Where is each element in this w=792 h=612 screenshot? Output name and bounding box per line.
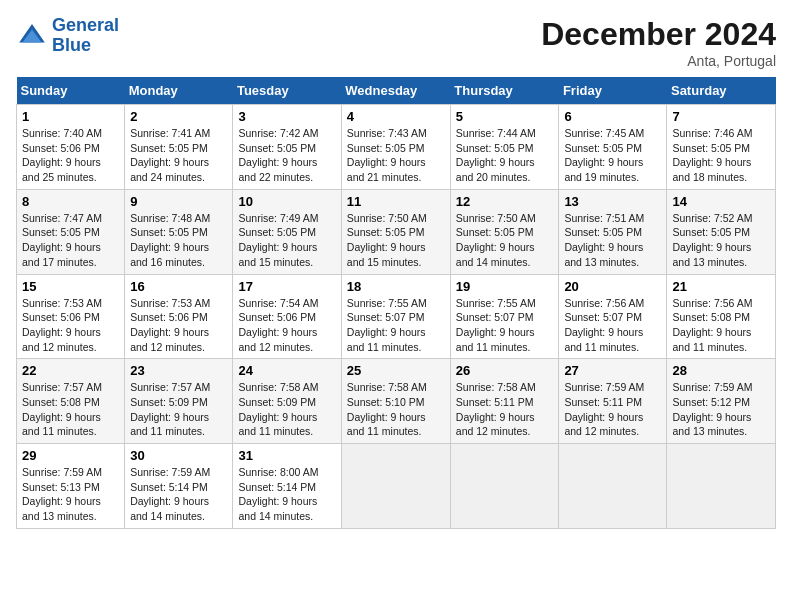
weekday-header-saturday: Saturday [667, 77, 776, 105]
day-number: 14 [672, 194, 770, 209]
day-info: Sunrise: 7:58 AM Sunset: 5:11 PM Dayligh… [456, 380, 554, 439]
day-info: Sunrise: 7:55 AM Sunset: 5:07 PM Dayligh… [347, 296, 445, 355]
day-info: Sunrise: 7:47 AM Sunset: 5:05 PM Dayligh… [22, 211, 119, 270]
day-number: 19 [456, 279, 554, 294]
weekday-header-sunday: Sunday [17, 77, 125, 105]
day-info: Sunrise: 7:55 AM Sunset: 5:07 PM Dayligh… [456, 296, 554, 355]
day-info: Sunrise: 8:00 AM Sunset: 5:14 PM Dayligh… [238, 465, 335, 524]
calendar-week-4: 22Sunrise: 7:57 AM Sunset: 5:08 PM Dayli… [17, 359, 776, 444]
calendar-cell: 22Sunrise: 7:57 AM Sunset: 5:08 PM Dayli… [17, 359, 125, 444]
calendar-cell: 3Sunrise: 7:42 AM Sunset: 5:05 PM Daylig… [233, 105, 341, 190]
day-number: 29 [22, 448, 119, 463]
calendar-cell: 10Sunrise: 7:49 AM Sunset: 5:05 PM Dayli… [233, 189, 341, 274]
day-number: 1 [22, 109, 119, 124]
day-number: 12 [456, 194, 554, 209]
day-info: Sunrise: 7:42 AM Sunset: 5:05 PM Dayligh… [238, 126, 335, 185]
day-number: 23 [130, 363, 227, 378]
day-info: Sunrise: 7:57 AM Sunset: 5:09 PM Dayligh… [130, 380, 227, 439]
day-info: Sunrise: 7:53 AM Sunset: 5:06 PM Dayligh… [22, 296, 119, 355]
weekday-header-friday: Friday [559, 77, 667, 105]
day-number: 6 [564, 109, 661, 124]
weekday-header-tuesday: Tuesday [233, 77, 341, 105]
day-number: 15 [22, 279, 119, 294]
day-number: 25 [347, 363, 445, 378]
day-info: Sunrise: 7:50 AM Sunset: 5:05 PM Dayligh… [456, 211, 554, 270]
weekday-header-monday: Monday [125, 77, 233, 105]
calendar-cell: 16Sunrise: 7:53 AM Sunset: 5:06 PM Dayli… [125, 274, 233, 359]
day-number: 16 [130, 279, 227, 294]
day-info: Sunrise: 7:56 AM Sunset: 5:07 PM Dayligh… [564, 296, 661, 355]
weekday-header-thursday: Thursday [450, 77, 559, 105]
day-number: 10 [238, 194, 335, 209]
logo: General Blue [16, 16, 119, 56]
calendar-cell: 18Sunrise: 7:55 AM Sunset: 5:07 PM Dayli… [341, 274, 450, 359]
day-info: Sunrise: 7:58 AM Sunset: 5:10 PM Dayligh… [347, 380, 445, 439]
calendar-cell: 9Sunrise: 7:48 AM Sunset: 5:05 PM Daylig… [125, 189, 233, 274]
day-number: 4 [347, 109, 445, 124]
location: Anta, Portugal [541, 53, 776, 69]
day-number: 5 [456, 109, 554, 124]
page-header: General Blue December 2024 Anta, Portuga… [16, 16, 776, 69]
calendar-cell: 17Sunrise: 7:54 AM Sunset: 5:06 PM Dayli… [233, 274, 341, 359]
day-info: Sunrise: 7:45 AM Sunset: 5:05 PM Dayligh… [564, 126, 661, 185]
weekday-header-row: SundayMondayTuesdayWednesdayThursdayFrid… [17, 77, 776, 105]
day-info: Sunrise: 7:41 AM Sunset: 5:05 PM Dayligh… [130, 126, 227, 185]
day-number: 27 [564, 363, 661, 378]
logo-icon [16, 20, 48, 52]
calendar-cell: 8Sunrise: 7:47 AM Sunset: 5:05 PM Daylig… [17, 189, 125, 274]
calendar-cell: 29Sunrise: 7:59 AM Sunset: 5:13 PM Dayli… [17, 444, 125, 529]
calendar-cell: 25Sunrise: 7:58 AM Sunset: 5:10 PM Dayli… [341, 359, 450, 444]
calendar-table: SundayMondayTuesdayWednesdayThursdayFrid… [16, 77, 776, 529]
day-info: Sunrise: 7:43 AM Sunset: 5:05 PM Dayligh… [347, 126, 445, 185]
calendar-cell: 27Sunrise: 7:59 AM Sunset: 5:11 PM Dayli… [559, 359, 667, 444]
day-info: Sunrise: 7:58 AM Sunset: 5:09 PM Dayligh… [238, 380, 335, 439]
day-number: 9 [130, 194, 227, 209]
logo-line2: Blue [52, 35, 91, 55]
day-number: 31 [238, 448, 335, 463]
day-info: Sunrise: 7:56 AM Sunset: 5:08 PM Dayligh… [672, 296, 770, 355]
calendar-cell: 6Sunrise: 7:45 AM Sunset: 5:05 PM Daylig… [559, 105, 667, 190]
calendar-week-2: 8Sunrise: 7:47 AM Sunset: 5:05 PM Daylig… [17, 189, 776, 274]
calendar-week-5: 29Sunrise: 7:59 AM Sunset: 5:13 PM Dayli… [17, 444, 776, 529]
calendar-cell [341, 444, 450, 529]
day-number: 13 [564, 194, 661, 209]
day-info: Sunrise: 7:53 AM Sunset: 5:06 PM Dayligh… [130, 296, 227, 355]
day-info: Sunrise: 7:50 AM Sunset: 5:05 PM Dayligh… [347, 211, 445, 270]
month-title: December 2024 [541, 16, 776, 53]
day-number: 8 [22, 194, 119, 209]
calendar-cell: 12Sunrise: 7:50 AM Sunset: 5:05 PM Dayli… [450, 189, 559, 274]
calendar-cell: 28Sunrise: 7:59 AM Sunset: 5:12 PM Dayli… [667, 359, 776, 444]
calendar-cell: 2Sunrise: 7:41 AM Sunset: 5:05 PM Daylig… [125, 105, 233, 190]
day-info: Sunrise: 7:57 AM Sunset: 5:08 PM Dayligh… [22, 380, 119, 439]
calendar-cell: 21Sunrise: 7:56 AM Sunset: 5:08 PM Dayli… [667, 274, 776, 359]
calendar-cell [667, 444, 776, 529]
day-number: 11 [347, 194, 445, 209]
calendar-cell [450, 444, 559, 529]
day-info: Sunrise: 7:48 AM Sunset: 5:05 PM Dayligh… [130, 211, 227, 270]
calendar-cell: 11Sunrise: 7:50 AM Sunset: 5:05 PM Dayli… [341, 189, 450, 274]
calendar-cell: 4Sunrise: 7:43 AM Sunset: 5:05 PM Daylig… [341, 105, 450, 190]
calendar-cell: 26Sunrise: 7:58 AM Sunset: 5:11 PM Dayli… [450, 359, 559, 444]
calendar-cell: 1Sunrise: 7:40 AM Sunset: 5:06 PM Daylig… [17, 105, 125, 190]
calendar-cell: 14Sunrise: 7:52 AM Sunset: 5:05 PM Dayli… [667, 189, 776, 274]
day-number: 3 [238, 109, 335, 124]
calendar-week-1: 1Sunrise: 7:40 AM Sunset: 5:06 PM Daylig… [17, 105, 776, 190]
day-number: 22 [22, 363, 119, 378]
calendar-cell: 13Sunrise: 7:51 AM Sunset: 5:05 PM Dayli… [559, 189, 667, 274]
calendar-cell: 19Sunrise: 7:55 AM Sunset: 5:07 PM Dayli… [450, 274, 559, 359]
calendar-cell: 7Sunrise: 7:46 AM Sunset: 5:05 PM Daylig… [667, 105, 776, 190]
day-info: Sunrise: 7:51 AM Sunset: 5:05 PM Dayligh… [564, 211, 661, 270]
day-number: 20 [564, 279, 661, 294]
day-info: Sunrise: 7:49 AM Sunset: 5:05 PM Dayligh… [238, 211, 335, 270]
day-number: 24 [238, 363, 335, 378]
calendar-cell: 20Sunrise: 7:56 AM Sunset: 5:07 PM Dayli… [559, 274, 667, 359]
calendar-cell: 23Sunrise: 7:57 AM Sunset: 5:09 PM Dayli… [125, 359, 233, 444]
weekday-header-wednesday: Wednesday [341, 77, 450, 105]
day-info: Sunrise: 7:59 AM Sunset: 5:12 PM Dayligh… [672, 380, 770, 439]
day-number: 7 [672, 109, 770, 124]
calendar-week-3: 15Sunrise: 7:53 AM Sunset: 5:06 PM Dayli… [17, 274, 776, 359]
day-info: Sunrise: 7:46 AM Sunset: 5:05 PM Dayligh… [672, 126, 770, 185]
day-number: 18 [347, 279, 445, 294]
day-number: 28 [672, 363, 770, 378]
logo-line1: General [52, 15, 119, 35]
